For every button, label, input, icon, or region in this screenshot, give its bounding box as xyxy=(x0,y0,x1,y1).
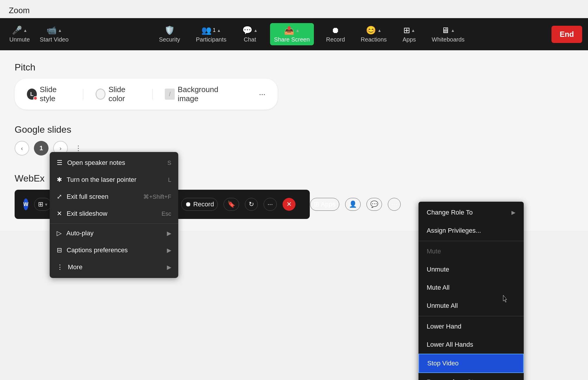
webex-menu-button[interactable]: ⊞ ▾ xyxy=(34,198,51,211)
webex-apps-icon: ⊞ xyxy=(314,201,319,208)
menu-item-autoplay[interactable]: ▷ Auto-play ▶ xyxy=(50,225,178,242)
zoom-toolbar: 🎤 ▲ Unmute 📹 ▲ Start Video 🛡️ Security 👥 xyxy=(0,18,588,50)
menu-item-unmute[interactable]: Unmute xyxy=(418,260,524,279)
menu-item-laser-pointer[interactable]: ✱ Turn on the laser pointer L xyxy=(50,171,178,188)
webex-bookmark-button[interactable]: 🔖 xyxy=(224,198,239,211)
menu-item-captions[interactable]: ⊟ Captions preferences ▶ xyxy=(50,242,178,259)
more-options-label: ··· xyxy=(259,90,265,99)
chat-button[interactable]: 💬 ▲ Chat xyxy=(239,23,261,45)
record-button[interactable]: ⏺ Record xyxy=(323,23,348,45)
webex-more-button[interactable]: ··· xyxy=(264,198,276,211)
slide-style-label: Slide style xyxy=(40,85,71,103)
whiteboards-button[interactable]: 🖥 ▲ Whiteboards xyxy=(428,23,468,45)
more-label: More xyxy=(68,263,82,271)
webex-apps-button[interactable]: ⊞ Apps xyxy=(310,198,339,211)
toolbar-left: 🎤 ▲ Unmute 📹 ▲ Start Video xyxy=(6,23,72,45)
slide-style-button[interactable]: L Slide style xyxy=(23,83,74,105)
toolbar-right: End xyxy=(551,26,582,43)
menu-item-mute-all[interactable]: Mute All xyxy=(418,279,524,297)
record-icon: ⏺ xyxy=(331,25,340,35)
pitch-title: Pitch xyxy=(15,62,573,73)
menu-item-unmute-all[interactable]: Unmute All xyxy=(418,297,524,315)
unmute-label: Unmute xyxy=(427,266,449,273)
menu-item-more[interactable]: ⋮ More ▶ xyxy=(50,259,178,276)
record-label: Record xyxy=(326,36,345,43)
menu-item-exit-slideshow[interactable]: ✕ Exit slideshow Esc xyxy=(50,205,178,222)
whiteboards-icon-area: 🖥 ▲ xyxy=(441,25,455,35)
menu-item-change-role[interactable]: Change Role To ▶ xyxy=(418,203,524,222)
webex-refresh-button[interactable]: ↻ xyxy=(245,198,258,211)
whiteboards-icon: 🖥 xyxy=(441,25,449,35)
security-icon-area: 🛡️ xyxy=(165,25,175,35)
webex-chat-button[interactable]: 💬 xyxy=(366,198,382,211)
slide-color-button[interactable]: Slide color xyxy=(92,83,143,105)
slide-style-icon: L xyxy=(27,89,37,100)
right-context-menu: Change Role To ▶ Assign Privileges... Mu… xyxy=(418,202,524,380)
more-options-button[interactable]: ··· xyxy=(255,88,269,101)
participants-icon: 👥 xyxy=(201,25,212,35)
menu-item-lower-all-hands[interactable]: Lower All Hands xyxy=(418,336,524,354)
webex-menu-chevron: ▾ xyxy=(45,202,47,207)
lower-all-hands-label: Lower All Hands xyxy=(427,341,473,348)
webex-menu-icon: ⊞ xyxy=(38,201,43,208)
google-slides-section: Google slides ☰ Open speaker notes S ✱ T… xyxy=(15,124,573,156)
slide-style-dot xyxy=(33,96,37,100)
share-screen-icon-area: 📤 ▲ xyxy=(284,25,300,35)
reactions-chevron: ▲ xyxy=(377,28,381,33)
unmute-button[interactable]: 🎤 ▲ Unmute xyxy=(6,23,33,45)
exit-slideshow-icon: ✕ xyxy=(57,210,62,217)
webex-avatar-button[interactable]: 👤 xyxy=(345,198,361,211)
exit-fullscreen-icon: ⤢ xyxy=(57,193,62,201)
share-screen-label: Share Screen xyxy=(274,36,310,43)
unmute-all-label: Unmute All xyxy=(427,302,458,310)
webex-apps-label: Apps xyxy=(321,201,335,208)
webex-stop-red-button[interactable]: ✕ xyxy=(283,198,295,211)
toolbar-center: 🛡️ Security 👥 1 ▲ Participants 💬 ▲ Chat … xyxy=(72,23,551,45)
end-button[interactable]: End xyxy=(551,26,582,43)
webex-avatar-icon: 👤 xyxy=(349,201,357,208)
captions-arrow: ▶ xyxy=(167,247,171,254)
remove-from-stage-label: Remove from Stage xyxy=(427,378,484,380)
menu-item-open-speaker-notes[interactable]: ☰ Open speaker notes S xyxy=(50,154,178,171)
webex-extra-button[interactable]: ··· xyxy=(388,198,401,211)
apps-button[interactable]: ⊞ ▲ Apps xyxy=(399,23,419,45)
prev-slide-button[interactable]: ‹ xyxy=(15,141,29,156)
participants-chevron: ▲ xyxy=(217,28,221,33)
background-image-icon xyxy=(165,89,175,100)
exit-fullscreen-shortcut: ⌘+Shift+F xyxy=(143,193,171,200)
menu-item-remove-from-stage[interactable]: Remove from Stage xyxy=(418,373,524,380)
assign-privileges-label: Assign Privileges... xyxy=(427,227,481,234)
menu-item-open-speaker-notes-left: ☰ Open speaker notes xyxy=(57,159,125,167)
menu-item-exit-fullscreen[interactable]: ⤢ Exit full screen ⌘+Shift+F xyxy=(50,188,178,205)
share-screen-button[interactable]: 📤 ▲ Share Screen xyxy=(270,23,314,45)
menu-item-stop-video[interactable]: Stop Video xyxy=(418,354,524,373)
webex-refresh-icon: ↻ xyxy=(249,201,254,208)
webex-logo: W xyxy=(23,198,28,210)
app-title: Zoom xyxy=(0,0,588,18)
webex-record-button[interactable]: ⏺ Record xyxy=(181,198,218,211)
start-video-button[interactable]: 📹 ▲ Start Video xyxy=(36,23,72,45)
reactions-button[interactable]: 😊 ▲ Reactions xyxy=(357,23,390,45)
autoplay-label: Auto-play xyxy=(66,229,94,237)
more-icon: ⋮ xyxy=(57,263,63,271)
webex-bookmark-icon: 🔖 xyxy=(227,201,235,208)
slide-color-label: Slide color xyxy=(108,85,140,103)
open-speaker-notes-icon: ☰ xyxy=(57,159,63,167)
share-screen-icon: 📤 xyxy=(284,25,294,35)
background-image-button[interactable]: Background image xyxy=(161,83,238,105)
webex-stop-icon: ✕ xyxy=(286,201,292,208)
slide-color-icon xyxy=(96,89,106,100)
menu-item-lower-hand[interactable]: Lower Hand xyxy=(418,317,524,336)
participants-button[interactable]: 👥 1 ▲ Participants xyxy=(192,23,230,45)
security-button[interactable]: 🛡️ Security xyxy=(155,23,184,45)
menu-item-assign-privileges[interactable]: Assign Privileges... xyxy=(418,222,524,240)
menu-separator-1 xyxy=(50,223,178,224)
webex-chat-icon: 💬 xyxy=(370,201,378,208)
exit-slideshow-label: Exit slideshow xyxy=(67,210,107,217)
webex-more-icon: ··· xyxy=(267,201,273,208)
autoplay-icon: ▷ xyxy=(57,229,62,237)
laser-pointer-label: Turn on the laser pointer xyxy=(67,176,136,184)
menu-item-laser-pointer-left: ✱ Turn on the laser pointer xyxy=(57,176,136,184)
unmute-label: Unmute xyxy=(9,36,30,43)
stop-video-label: Stop Video xyxy=(427,360,459,367)
